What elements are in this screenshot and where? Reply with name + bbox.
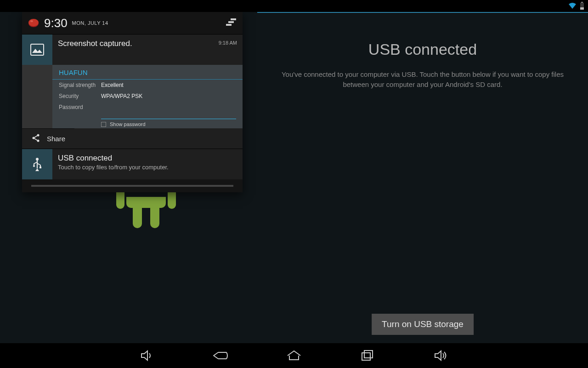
svg-point-5 [30, 20, 33, 22]
battery-icon [580, 2, 584, 10]
svg-rect-0 [581, 2, 583, 3]
shade-header: 9:30 MON, JULY 14 [22, 12, 243, 34]
svg-rect-19 [362, 353, 370, 360]
notification-title: Screenshot captured. [58, 39, 213, 48]
svg-rect-18 [40, 167, 41, 168]
shade-handle[interactable] [22, 179, 243, 192]
svg-point-4 [28, 19, 39, 26]
recents-button[interactable] [358, 346, 377, 365]
left-pane: HUAFUN Signal strengthExcellent Security… [0, 12, 257, 343]
notification-screenshot[interactable]: Screenshot captured. 9:18 AM HUAFUN Sign… [22, 34, 243, 149]
share-icon [31, 133, 40, 144]
svg-rect-7 [228, 21, 234, 23]
notification-time: 9:18 AM [219, 34, 243, 65]
share-label: Share [47, 135, 65, 143]
image-icon [22, 34, 52, 65]
shade-date: MON, JULY 14 [72, 20, 108, 26]
svg-rect-9 [31, 44, 44, 55]
svg-rect-20 [364, 351, 373, 358]
svg-line-14 [34, 138, 37, 140]
volume-up-button[interactable] [432, 346, 450, 365]
svg-point-17 [33, 165, 35, 167]
back-button[interactable] [211, 346, 230, 365]
home-button[interactable] [285, 346, 303, 365]
navigation-bar [0, 343, 588, 368]
page-description: You've connected to your computer via US… [276, 69, 570, 90]
svg-rect-2 [580, 7, 584, 10]
share-action[interactable]: Share [22, 128, 74, 149]
turn-on-usb-storage-button[interactable]: Turn on USB storage [372, 314, 474, 335]
notification-shade[interactable]: 9:30 MON, JULY 14 Screenshot captured. 9… [22, 12, 243, 192]
right-pane: USB connected You've connected to your c… [257, 12, 588, 343]
usb-icon [22, 149, 52, 179]
svg-rect-8 [226, 24, 232, 26]
svg-rect-6 [231, 18, 236, 20]
shade-time: 9:30 [44, 16, 68, 30]
system-status-bar [0, 0, 588, 12]
jellybean-icon [28, 18, 40, 28]
notification-usb[interactable]: USB connected Touch to copy files to/fro… [22, 149, 243, 179]
page-title: USB connected [276, 40, 570, 58]
volume-down-button[interactable] [138, 346, 156, 365]
clear-all-icon[interactable] [225, 17, 237, 29]
notification-subtitle: Touch to copy files to/from your compute… [58, 164, 237, 171]
android-robot-graphic [126, 197, 166, 208]
wifi-icon [568, 2, 577, 10]
notification-title: USB connected [58, 154, 237, 163]
screenshot-preview: HUAFUN Signal strengthExcellent Security… [22, 65, 243, 128]
svg-line-13 [34, 136, 37, 138]
